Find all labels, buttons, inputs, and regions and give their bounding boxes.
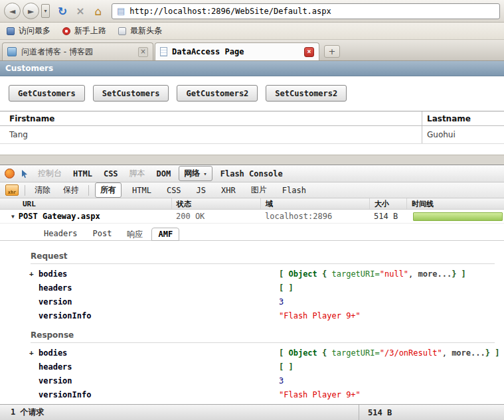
tab-blog[interactable]: 问道者博客 - 博客园 × — [2, 42, 153, 60]
value-part-prop: targetURI= — [332, 348, 380, 358]
amf-key-label: versionInfo — [39, 390, 91, 399]
grid-header-row: Firstname Lastname — [0, 111, 504, 126]
filter-all[interactable]: 所有 — [95, 182, 122, 198]
detail-tab-post[interactable]: Post — [86, 227, 119, 240]
column-header-status[interactable]: 状态 — [171, 198, 260, 209]
firebug-icon[interactable] — [5, 169, 15, 178]
value-part-bracket: { — [317, 348, 332, 358]
amf-key: headers — [39, 283, 279, 293]
value-part-object: Object — [288, 269, 317, 279]
folder-clock-icon — [7, 27, 15, 35]
break-on-xhr-icon[interactable]: xhr — [5, 184, 19, 196]
inspect-element-icon[interactable] — [19, 169, 30, 179]
detail-tab-headers[interactable]: Headers — [37, 227, 84, 240]
firebug-splitter[interactable] — [0, 155, 504, 165]
filter-images[interactable]: 图片 — [246, 183, 272, 197]
back-button[interactable]: ◄ — [4, 3, 21, 19]
amf-request-label: Request — [31, 251, 495, 264]
request-size: 514 B — [369, 212, 406, 221]
close-tab-button[interactable]: × — [304, 47, 314, 57]
detail-tab-response[interactable]: 响应 — [120, 227, 149, 240]
firebug-net-toolbar: xhr 清除 保持 所有 HTML CSS JS XHR 图片 Flash — [0, 182, 504, 198]
net-request-row[interactable]: ▼ POST Gateway.aspx 200 OK localhost:289… — [0, 210, 504, 224]
amf-key: versionInfo — [39, 390, 279, 399]
stop-button[interactable]: × — [72, 3, 88, 19]
history-dropdown-button[interactable]: ▾ — [41, 4, 50, 18]
firebug-tab-html[interactable]: HTML — [70, 168, 96, 180]
firebug-tab-script[interactable]: 脚本 — [126, 167, 149, 180]
amf-value: "Flash Player 9+" — [279, 390, 504, 399]
tab-strip: 问道者博客 - 博客园 × DataAccess Page × + — [0, 40, 504, 61]
bookmark-most-visited[interactable]: 访问最多 — [7, 25, 50, 36]
detail-tab-amf[interactable]: AMF — [151, 228, 179, 241]
bookmark-latest-headlines[interactable]: 最新头条 — [118, 25, 162, 36]
firebug-panel: 控制台 HTML CSS 脚本 DOM 网络 ▾ Flash Console x… — [0, 165, 504, 420]
amf-row-headers: headers [ ] — [0, 360, 504, 374]
firebug-tab-flash-console[interactable]: Flash Console — [217, 168, 286, 180]
filter-html[interactable]: HTML — [127, 184, 156, 196]
column-header-timeline[interactable]: 时间线 — [406, 198, 504, 209]
value-part-number: 3 — [279, 297, 284, 307]
refresh-button[interactable]: ↻ — [54, 3, 70, 19]
home-button[interactable]: ⌂ — [90, 3, 106, 19]
cell-lastname: Guohui — [422, 126, 504, 143]
address-input[interactable]: ▤ http://localhost:2896/WebSite/Default.… — [112, 3, 500, 19]
value-part-bracket: [ ] — [279, 362, 294, 372]
amf-row-versioninfo: versionInfo "Flash Player 9+" — [0, 387, 504, 401]
filter-xhr[interactable]: XHR — [216, 184, 240, 196]
tab-dataaccess[interactable]: DataAccess Page × — [155, 42, 319, 60]
column-header-domain[interactable]: 域 — [260, 198, 369, 209]
forward-button[interactable]: ► — [23, 3, 39, 19]
bookmark-label: 访问最多 — [19, 25, 50, 36]
amf-key[interactable]: + bodies — [39, 348, 279, 358]
get-customers2-button[interactable]: GetCustomers2 — [177, 85, 258, 102]
value-part-bracket: [ — [279, 348, 288, 358]
close-tab-button[interactable]: × — [138, 47, 148, 57]
amf-row-bodies: + bodies [ Object { targetURI="/3/onResu… — [0, 346, 504, 360]
section-title: Customers — [5, 64, 53, 73]
close-icon: × — [140, 48, 145, 55]
bookmarks-toolbar: 访问最多 新手上路 最新头条 — [0, 23, 504, 40]
toolbar-separator — [25, 185, 25, 196]
persist-button[interactable]: 保持 — [60, 183, 82, 197]
amf-row-headers: headers [ ] — [0, 281, 504, 295]
value-part-more[interactable]: more... — [452, 348, 485, 358]
tab-title: 问道者博客 - 博客园 — [21, 46, 133, 58]
column-header-url[interactable]: URL — [0, 198, 171, 209]
filter-js[interactable]: JS — [192, 184, 210, 196]
new-tab-button[interactable]: + — [324, 45, 340, 58]
request-url[interactable]: ▼ POST Gateway.aspx — [0, 212, 171, 221]
amf-value: "Flash Player 9+" — [279, 311, 504, 320]
value-part-bracket: } ] — [485, 348, 500, 358]
request-domain: localhost:2896 — [260, 212, 369, 221]
navigation-toolbar: ◄ ► ▾ ↻ × ⌂ ▤ http://localhost:2896/WebS… — [0, 0, 504, 23]
value-part-bracket: [ ] — [279, 283, 294, 293]
chevron-down-icon: ▾ — [44, 8, 46, 14]
value-part-more[interactable]: more... — [418, 269, 452, 279]
amf-key-label: bodies — [39, 348, 67, 358]
firebug-tab-dom[interactable]: DOM — [153, 168, 175, 180]
customers-grid: Firstname Lastname Tang Guohui — [0, 111, 504, 144]
value-part-object: Object — [288, 348, 317, 358]
expand-icon[interactable]: + — [29, 348, 34, 357]
set-customers-button[interactable]: SetCustomers — [93, 85, 169, 102]
page-content: GetCustomers SetCustomers GetCustomers2 … — [0, 76, 504, 155]
firebug-tab-net[interactable]: 网络 ▾ — [179, 166, 212, 181]
collapse-icon[interactable]: ▼ — [11, 214, 15, 220]
value-part-number: 3 — [279, 376, 284, 385]
column-header-size[interactable]: 大小 — [369, 198, 406, 209]
total-size: 514 B — [359, 405, 504, 420]
expand-icon[interactable]: + — [29, 269, 34, 278]
set-customers2-button[interactable]: SetCustomers2 — [266, 85, 347, 102]
net-table-header: URL 状态 域 大小 时间线 — [0, 198, 504, 210]
bookmark-getting-started[interactable]: 新手上路 — [62, 25, 106, 36]
filter-css[interactable]: CSS — [162, 184, 186, 196]
filter-flash[interactable]: Flash — [278, 184, 311, 196]
bookmark-label: 最新头条 — [130, 25, 162, 36]
firebug-tab-css[interactable]: CSS — [100, 168, 122, 180]
get-customers-button[interactable]: GetCustomers — [9, 85, 85, 102]
clear-button[interactable]: 清除 — [31, 183, 54, 197]
amf-key-label: headers — [39, 362, 72, 372]
firebug-tab-console[interactable]: 控制台 — [35, 167, 65, 180]
amf-key[interactable]: + bodies — [39, 269, 279, 279]
